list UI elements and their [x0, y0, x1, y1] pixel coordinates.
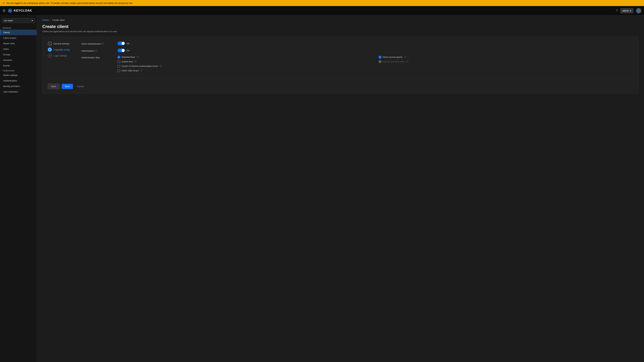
sidebar-item-groups-label: Groups [3, 53, 10, 56]
client-authentication-control: On [118, 41, 633, 45]
form-layout: 1 General settings 2 Capability config 3 [48, 41, 633, 75]
oauth2-device-info-icon[interactable]: ⓘ [160, 65, 162, 67]
authorization-label: Authorization ⓘ [81, 49, 115, 52]
next-button[interactable]: Next [62, 84, 73, 89]
breadcrumb-clients-link[interactable]: Clients [42, 19, 49, 21]
sidebar-item-identity-providers-label: Identity providers [3, 85, 20, 87]
admin-dropdown[interactable]: admin ▾ [620, 8, 633, 13]
admin-label: admin [622, 9, 629, 12]
checkbox-direct-access[interactable]: ✓ Direct access grants ⓘ [379, 56, 633, 58]
step-3-number: 3 [49, 55, 50, 57]
logo-text: KEYCLOAK [14, 9, 32, 12]
warning-text: You are logged in as a temporary admin u… [6, 2, 133, 4]
implicit-flow-info-icon[interactable]: ⓘ [134, 60, 136, 63]
help-icon[interactable]: ? [616, 9, 618, 12]
step-3-circle: 3 [48, 54, 52, 58]
avatar[interactable]: 👤 [636, 8, 641, 13]
manage-section-label: Manage [0, 26, 37, 30]
implicit-flow-label: Implicit flow [122, 60, 133, 63]
sidebar-item-sessions-label: Sessions [3, 59, 12, 61]
sidebar-item-events[interactable]: Events [0, 63, 37, 68]
client-auth-toggle-container: On [118, 41, 633, 45]
cancel-button[interactable]: Cancel [75, 84, 86, 89]
svg-point-1 [10, 10, 11, 11]
breadcrumb-separator: › [50, 19, 51, 21]
sidebar-item-clients[interactable]: Clients [0, 30, 37, 35]
warning-icon: ⚠ [3, 2, 5, 4]
client-auth-info-icon[interactable]: ⓘ [102, 42, 104, 45]
oidc-ciba-label: OIDC CIBA Grant [122, 69, 139, 72]
logo: KEYCLOAK [8, 8, 32, 13]
realm-name: my-realm [4, 19, 13, 22]
oidc-ciba-info-icon[interactable]: ⓘ [140, 69, 142, 72]
sidebar-item-authentication-label: Authentication [3, 79, 17, 82]
app-body: my-realm ▾ Manage Clients Client scopes … [0, 15, 644, 362]
authorization-control: On [118, 49, 633, 52]
footer-buttons: Back Next Cancel [48, 81, 633, 89]
standard-flow-label: Standard flow [122, 56, 135, 58]
keycloak-logo-icon [8, 8, 13, 13]
sidebar-item-events-label: Events [3, 64, 10, 67]
implicit-flow-checkbox[interactable] [118, 60, 120, 63]
standard-flow-checkbox[interactable]: ✓ [118, 56, 120, 58]
service-accounts-info-icon: ⓘ [406, 60, 408, 63]
step-2-label: Capability config [54, 48, 70, 51]
sidebar-item-user-federation[interactable]: User federation [0, 89, 37, 94]
direct-access-checkbox[interactable]: ✓ [379, 56, 381, 58]
direct-access-info-icon[interactable]: ⓘ [404, 56, 406, 58]
sidebar-item-authentication[interactable]: Authentication [0, 78, 37, 83]
sidebar-item-groups[interactable]: Groups [0, 52, 37, 57]
sidebar-item-client-scopes-label: Client scopes [3, 37, 16, 39]
create-client-card: 1 General settings 2 Capability config 3 [42, 37, 639, 93]
main-content: Clients › Create client Create client Cl… [37, 15, 644, 362]
top-navigation: ☰ KEYCLOAK ? admin ▾ 👤 [0, 6, 644, 15]
sidebar-item-realm-roles[interactable]: Realm roles [0, 41, 37, 46]
service-accounts-label: Service accounts roles [383, 60, 405, 63]
breadcrumb: Clients › Create client [42, 19, 639, 21]
checkbox-grid: ✓ Standard flow ⓘ ✓ Direct access grants… [118, 56, 633, 72]
checkbox-standard-flow[interactable]: ✓ Standard flow ⓘ [118, 56, 372, 58]
sidebar-item-clients-label: Clients [3, 31, 10, 34]
sidebar-item-user-federation-label: User federation [3, 90, 18, 93]
realm-dropdown-icon: ▾ [32, 19, 33, 22]
realm-selector[interactable]: my-realm ▾ [2, 18, 35, 23]
page-title: Create client [42, 24, 639, 29]
sidebar-item-identity-providers[interactable]: Identity providers [0, 83, 37, 89]
sidebar-item-client-scopes[interactable]: Client scopes [0, 35, 37, 41]
sidebar-item-realm-settings[interactable]: Realm settings [0, 72, 37, 78]
configure-section-label: Configure [0, 68, 37, 72]
step-2-circle: 2 [48, 48, 52, 52]
authorization-toggle[interactable] [118, 49, 125, 52]
checkbox-oauth2-device[interactable]: OAuth 2.0 Device Authorization Grant ⓘ [118, 65, 372, 67]
back-button[interactable]: Back [48, 84, 60, 89]
checkbox-implicit-flow[interactable]: Implicit flow ⓘ [118, 60, 372, 63]
authorization-status: On [126, 49, 130, 52]
step-capability-config[interactable]: 2 Capability config [48, 48, 76, 52]
menu-toggle[interactable]: ☰ [3, 9, 5, 12]
oauth2-device-label: OAuth 2.0 Device Authorization Grant [122, 65, 158, 67]
standard-flow-info-icon[interactable]: ⓘ [137, 56, 139, 58]
checkbox-oidc-ciba[interactable]: OIDC CIBA Grant ⓘ [118, 69, 372, 72]
authorization-toggle-container: On [118, 49, 633, 52]
sidebar-item-users[interactable]: Users [0, 46, 37, 52]
sidebar: my-realm ▾ Manage Clients Client scopes … [0, 15, 37, 362]
page-subtitle: Clients are applications and services th… [42, 30, 639, 33]
step-general-settings[interactable]: 1 General settings [48, 41, 76, 45]
service-accounts-checkbox: ✓ [379, 60, 381, 63]
sidebar-item-realm-settings-label: Realm settings [3, 74, 18, 76]
oauth2-device-checkbox[interactable] [118, 65, 120, 67]
step-login-settings[interactable]: 3 Login settings [48, 54, 76, 58]
topnav-right: ? admin ▾ 👤 [616, 8, 641, 13]
step-1-circle: 1 [48, 41, 52, 45]
authentication-flow-label: Authentication flow [81, 56, 115, 59]
dropdown-arrow-icon: ▾ [630, 9, 631, 12]
oidc-ciba-checkbox[interactable] [118, 69, 120, 72]
authorization-info-icon[interactable]: ⓘ [95, 49, 97, 52]
sidebar-item-users-label: Users [3, 48, 9, 50]
step-1-label: General settings [54, 42, 70, 45]
sidebar-item-sessions[interactable]: Sessions [0, 57, 37, 63]
client-authentication-label: Client authentication ⓘ [81, 41, 115, 45]
form-fields: Client authentication ⓘ On [81, 41, 633, 75]
client-authentication-toggle[interactable] [118, 41, 125, 45]
breadcrumb-current: Create client [52, 19, 64, 21]
